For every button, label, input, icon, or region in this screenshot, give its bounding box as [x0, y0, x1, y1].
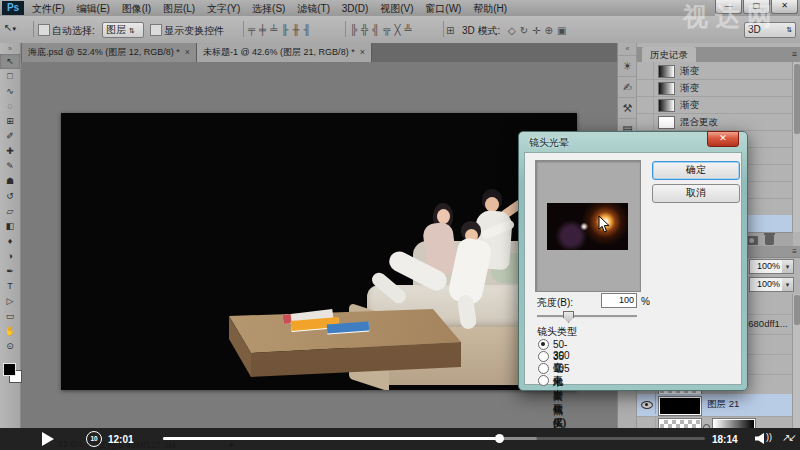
history-item[interactable]: 混合更改: [637, 113, 793, 131]
hand-tool[interactable]: ✋: [0, 324, 20, 339]
crop-tool[interactable]: ⊞: [0, 114, 20, 129]
3d-roll-icon[interactable]: ↻: [520, 25, 528, 36]
lasso-tool[interactable]: ∿: [0, 84, 20, 99]
radio-icon[interactable]: [538, 375, 549, 386]
ok-button[interactable]: 确定: [652, 161, 740, 180]
align-right-icon[interactable]: ╢: [303, 24, 310, 35]
styles-panel-icon[interactable]: ✍: [618, 77, 637, 98]
history-item[interactable]: 渐变: [637, 62, 793, 80]
mode-3d-icons[interactable]: ◇↻✛⊕▣: [506, 24, 568, 36]
3d-scale-icon[interactable]: ▣: [557, 25, 566, 36]
menu-layer[interactable]: 图层(L): [163, 3, 195, 14]
menu-filter[interactable]: 滤镜(T): [297, 3, 330, 14]
cancel-button[interactable]: 取消: [652, 184, 740, 203]
show-transform-checkbox[interactable]: [150, 24, 162, 36]
distribute-hcenter-icon[interactable]: ╳: [394, 24, 400, 35]
distribute-icons[interactable]: ╠╬╣╦╳╩: [348, 23, 414, 35]
distribute-left-icon[interactable]: ╦: [383, 24, 390, 35]
quick-select-tool[interactable]: ◌: [0, 99, 20, 114]
close-tab-icon[interactable]: ×: [185, 47, 190, 57]
history-item[interactable]: 渐变: [637, 79, 793, 97]
3d-drag-icon[interactable]: ✛: [532, 25, 540, 36]
rewind-10-icon[interactable]: 10: [86, 431, 102, 447]
3d-rotate-icon[interactable]: ◇: [508, 25, 516, 36]
panel-menu-icon[interactable]: ≡: [792, 49, 797, 59]
layers-scrollbar[interactable]: [792, 294, 800, 428]
healing-brush-tool[interactable]: ✚: [0, 144, 20, 159]
volume-icon[interactable]: [755, 433, 764, 444]
radio-icon[interactable]: [538, 351, 549, 362]
auto-select-checkbox[interactable]: [38, 24, 50, 36]
align-icons[interactable]: ╤╪╧╟╫╢: [246, 23, 313, 35]
clone-stamp-tool[interactable]: ☗: [0, 174, 20, 189]
dodge-tool[interactable]: ◑: [0, 249, 20, 264]
align-vcenter-icon[interactable]: ╪: [259, 24, 266, 35]
pen-tool[interactable]: ✒: [0, 264, 20, 279]
menu-help[interactable]: 帮助(H): [473, 3, 507, 14]
slider-knob[interactable]: [563, 311, 574, 323]
radio-selected-icon[interactable]: [538, 339, 549, 350]
progress-bar[interactable]: [163, 437, 705, 440]
tab-history[interactable]: 历史记录: [642, 47, 696, 62]
menu-file[interactable]: 文件(F): [32, 3, 65, 14]
zoom-tool[interactable]: ⊙: [0, 339, 20, 354]
menu-view[interactable]: 视图(V): [380, 3, 413, 14]
history-scrollbar[interactable]: [792, 62, 800, 232]
toolbar-expand-icon[interactable]: »: [0, 43, 20, 54]
align-top-icon[interactable]: ╤: [248, 24, 255, 35]
eye-icon[interactable]: [641, 401, 653, 409]
opacity-dropdown-icon[interactable]: ▾: [782, 259, 794, 274]
menu-3d[interactable]: 3D(D): [342, 3, 369, 14]
menu-image[interactable]: 图像(I): [122, 3, 151, 14]
history-source-well[interactable]: [637, 96, 654, 113]
shape-tool[interactable]: ▭: [0, 309, 20, 324]
playhead-handle[interactable]: [495, 434, 504, 443]
history-source-well[interactable]: [637, 113, 654, 130]
menu-select[interactable]: 选择(S): [252, 3, 285, 14]
document-tab-inactive[interactable]: 海底.psd @ 52.4% (图层 12, RGB/8) *×: [22, 43, 197, 62]
current-tool-icon[interactable]: ↖▾: [4, 22, 16, 33]
history-brush-tool[interactable]: ↺: [0, 189, 20, 204]
play-icon[interactable]: [42, 432, 54, 446]
align-hcenter-icon[interactable]: ╫: [292, 24, 299, 35]
fullscreen-icon[interactable]: ↗↙: [782, 432, 795, 443]
gradient-tool[interactable]: ◧: [0, 219, 20, 234]
align-bottom-icon[interactable]: ╧: [270, 24, 277, 35]
document-tab-active[interactable]: 未标题-1 @ 42.6% (图层 21, RGB/8) *×: [197, 43, 372, 62]
history-source-well[interactable]: [637, 62, 654, 79]
delete-state-icon[interactable]: [765, 235, 774, 245]
eraser-tool[interactable]: ▱: [0, 204, 20, 219]
brightness-slider[interactable]: [537, 315, 637, 318]
marquee-tool[interactable]: □: [0, 69, 20, 84]
history-source-well[interactable]: [637, 79, 654, 96]
path-select-tool[interactable]: ▷: [0, 294, 20, 309]
brush-tool[interactable]: ✎: [0, 159, 20, 174]
distribute-top-icon[interactable]: ╠: [350, 24, 357, 35]
menu-edit[interactable]: 编辑(E): [77, 3, 110, 14]
history-item[interactable]: 渐变: [637, 96, 793, 114]
photoshop-logo[interactable]: Ps: [2, 1, 24, 15]
layer-thumbnail[interactable]: [659, 397, 701, 415]
layer-row-selected[interactable]: 图层 21: [637, 394, 800, 417]
auto-select-target-dropdown[interactable]: 图层 ⇅: [102, 22, 144, 38]
fill-dropdown-icon[interactable]: ▾: [782, 277, 794, 292]
distribute-bottom-icon[interactable]: ╣: [372, 24, 379, 35]
distribute-vcenter-icon[interactable]: ╬: [361, 24, 368, 35]
3d-slide-icon[interactable]: ⊕: [544, 25, 552, 36]
dock-collapse-icon[interactable]: «: [618, 43, 637, 56]
auto-align-icon[interactable]: ⊞: [446, 25, 454, 36]
radio-icon[interactable]: [538, 363, 549, 374]
document-canvas[interactable]: [61, 113, 577, 390]
close-tab-icon[interactable]: ×: [360, 47, 365, 57]
menu-type[interactable]: 文字(Y): [207, 3, 240, 14]
foreground-color-swatch[interactable]: [3, 363, 16, 376]
opacity-value[interactable]: 100%: [749, 259, 783, 274]
visibility-well[interactable]: [637, 394, 656, 414]
flare-preview-thumbnail[interactable]: [547, 203, 628, 250]
panel-menu-icon[interactable]: ≡: [792, 247, 797, 256]
dialog-close-icon[interactable]: ✕: [707, 131, 739, 147]
layer-name[interactable]: 图层 21: [707, 394, 739, 414]
distribute-right-icon[interactable]: ╩: [404, 24, 411, 35]
brightness-input[interactable]: 100: [601, 293, 637, 308]
fill-value[interactable]: 100%: [749, 277, 783, 292]
